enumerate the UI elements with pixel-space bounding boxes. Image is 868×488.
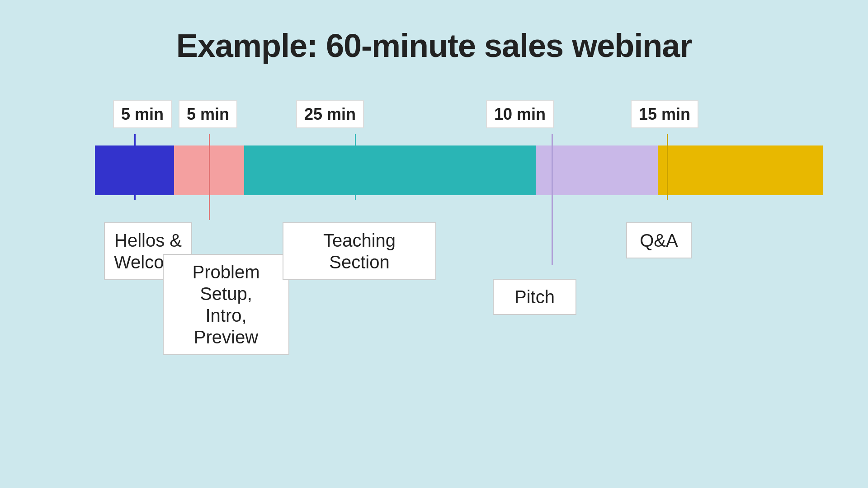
slide: Example: 60-minute sales webinar 5 min 5… <box>0 0 868 488</box>
tick-teaching <box>355 134 356 200</box>
label-qa: Q&A <box>626 222 692 258</box>
timeline: 5 min 5 min 25 min 10 min 15 min <box>95 100 773 326</box>
segment-pitch <box>536 145 658 195</box>
time-label-problem: 5 min <box>179 100 237 128</box>
time-label-pitch: 10 min <box>486 100 554 128</box>
label-pitch: Pitch <box>493 279 576 315</box>
time-label-qa: 15 min <box>631 100 698 128</box>
tick-hellos <box>134 134 136 200</box>
tick-problem <box>209 134 210 220</box>
segment-teaching <box>244 145 536 195</box>
tick-qa <box>667 134 668 200</box>
label-teaching: Teaching Section <box>283 222 436 280</box>
time-label-hellos: 5 min <box>113 100 172 128</box>
segment-qa <box>658 145 823 195</box>
tick-pitch <box>552 134 553 265</box>
slide-title: Example: 60-minute sales webinar <box>176 27 692 64</box>
time-label-teaching: 25 min <box>296 100 364 128</box>
label-problem: Problem Setup,Intro, Preview <box>163 254 289 355</box>
bar-track <box>95 145 823 195</box>
